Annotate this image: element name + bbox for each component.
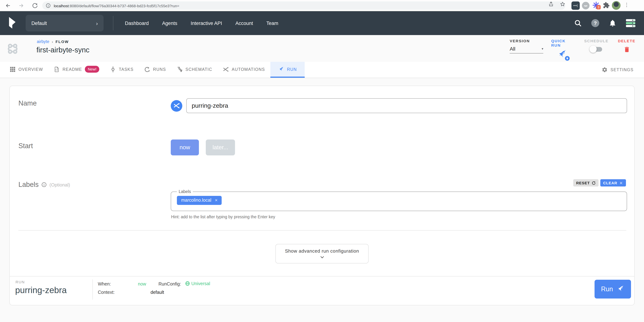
nav-item-account[interactable]: Account bbox=[235, 21, 253, 26]
browser-refresh-icon[interactable] bbox=[32, 3, 38, 9]
readme-doc-icon bbox=[54, 66, 60, 72]
search-icon[interactable] bbox=[574, 19, 582, 27]
bookmark-star-icon[interactable] bbox=[560, 2, 565, 7]
breadcrumb-parent-link[interactable]: airbyte bbox=[37, 39, 49, 44]
context-value: default bbox=[150, 290, 164, 295]
labels-label: Labels bbox=[18, 181, 39, 189]
password-extension-icon[interactable]: •••| bbox=[572, 2, 580, 10]
reset-button[interactable]: RESET bbox=[573, 179, 598, 186]
when-value: now bbox=[138, 281, 146, 286]
workspace-name: Default bbox=[32, 21, 47, 26]
version-select[interactable]: All ▾ bbox=[510, 46, 543, 54]
name-label: Name bbox=[18, 99, 37, 107]
url-host: localhost bbox=[54, 4, 69, 8]
footer-divider bbox=[92, 279, 93, 299]
extension-badge: 3 bbox=[596, 5, 601, 10]
url-text: localhost:8080/default/flow/76a30344-b73… bbox=[54, 4, 179, 8]
browser-back-icon[interactable] bbox=[5, 3, 11, 9]
toggle-knob bbox=[590, 46, 597, 53]
app-logo-icon[interactable] bbox=[7, 16, 17, 30]
run-button[interactable]: Run bbox=[594, 280, 631, 298]
tab-schematic[interactable]: SCHEMATIC bbox=[172, 62, 218, 78]
page-title: first-airbyte-sync bbox=[36, 46, 89, 54]
tab-run-label: RUN bbox=[287, 67, 297, 71]
chevron-right-icon: › bbox=[96, 20, 98, 26]
share-icon[interactable] bbox=[548, 2, 554, 7]
labels-input-field[interactable]: Labels marcolino.local bbox=[171, 189, 627, 211]
labels-legend: Labels bbox=[177, 189, 193, 194]
runs-cycle-icon bbox=[144, 66, 150, 72]
commit-icon bbox=[110, 66, 116, 72]
rocket-icon bbox=[616, 285, 624, 293]
schematic-icon bbox=[177, 66, 183, 72]
browser-forward-icon[interactable] bbox=[18, 3, 24, 9]
section-divider bbox=[18, 230, 626, 231]
tab-overview[interactable]: OVERVIEW bbox=[4, 62, 48, 78]
extensions-puzzle-icon[interactable] bbox=[603, 2, 610, 9]
workspace-selector[interactable]: Default › bbox=[26, 15, 104, 32]
caret-down-icon: ▾ bbox=[542, 47, 543, 51]
site-info-icon[interactable] bbox=[46, 3, 50, 8]
notifications-bell-icon[interactable] bbox=[608, 19, 616, 27]
help-icon[interactable]: ? bbox=[591, 19, 599, 27]
chevron-down-icon bbox=[320, 255, 324, 259]
tab-runs[interactable]: RUNS bbox=[139, 62, 172, 78]
version-value: All bbox=[510, 46, 515, 52]
globe-icon bbox=[185, 281, 190, 286]
nav-item-dashboard[interactable]: Dashboard bbox=[125, 21, 149, 26]
url-path: :8080/default/flow/76a30344-b737-4868-bd… bbox=[69, 4, 179, 8]
runconfig-label: RunConfig: bbox=[158, 281, 181, 286]
page-header: airbyte › FLOW first-airbyte-sync VERSIO… bbox=[0, 35, 644, 62]
name-input[interactable] bbox=[186, 98, 627, 113]
extension-circle-icon[interactable]: ◂▴▸ bbox=[582, 2, 590, 10]
randomize-name-button[interactable] bbox=[171, 100, 182, 112]
close-icon bbox=[619, 181, 623, 185]
nav-item-team[interactable]: Team bbox=[266, 21, 278, 26]
runconfig-value: Universal bbox=[191, 281, 210, 286]
start-label: Start bbox=[18, 142, 33, 150]
browser-menu-icon[interactable]: ⋮ bbox=[624, 2, 629, 8]
labels-hint: Hint: add to the list after typing by pr… bbox=[171, 215, 275, 219]
trash-icon[interactable] bbox=[623, 46, 630, 54]
start-later-button[interactable]: later... bbox=[206, 140, 235, 155]
tab-settings-label: SETTINGS bbox=[610, 68, 634, 72]
browser-profile-avatar[interactable] bbox=[612, 1, 620, 10]
refresh-icon bbox=[592, 181, 596, 185]
clear-button[interactable]: CLEAR bbox=[600, 179, 626, 186]
tab-readme[interactable]: README New! bbox=[48, 62, 105, 78]
show-advanced-button[interactable]: Show advanced run configuration bbox=[276, 244, 368, 263]
show-advanced-label: Show advanced run configuration bbox=[285, 248, 359, 253]
rocket-icon bbox=[278, 66, 284, 72]
address-bar[interactable]: localhost:8080/default/flow/76a30344-b73… bbox=[42, 2, 565, 10]
footer-run-name: purring-zebra bbox=[15, 285, 66, 295]
tab-run[interactable]: RUN bbox=[270, 62, 305, 78]
tab-tasks-label: TASKS bbox=[119, 67, 134, 71]
version-control: VERSION All ▾ bbox=[510, 39, 543, 54]
tab-schematic-label: SCHEMATIC bbox=[186, 67, 212, 71]
nav-item-agents[interactable]: Agents bbox=[162, 21, 177, 26]
delete-control: DELETE bbox=[618, 39, 635, 54]
server-status-icon[interactable] bbox=[626, 19, 635, 27]
new-badge: New! bbox=[85, 66, 99, 73]
tab-tasks[interactable]: TASKS bbox=[105, 62, 139, 78]
quick-run-button[interactable] bbox=[557, 50, 567, 60]
nav-item-interactive-api[interactable]: Interactive API bbox=[190, 21, 222, 26]
chip-remove-icon[interactable] bbox=[214, 198, 218, 202]
clear-label: CLEAR bbox=[603, 181, 617, 185]
tab-automations[interactable]: AUTOMATIONS bbox=[218, 62, 270, 78]
breadcrumb-current: FLOW bbox=[56, 39, 69, 44]
run-config-card: Name Start now later... Labels (Optional… bbox=[10, 86, 634, 305]
start-now-button[interactable]: now bbox=[171, 140, 199, 155]
run-summary-footer: RUN purring-zebra When: now Context: def… bbox=[10, 276, 634, 305]
quick-run-label: QUICK RUN bbox=[551, 39, 573, 47]
tab-settings[interactable]: SETTINGS bbox=[596, 62, 639, 78]
flow-icon bbox=[6, 43, 20, 55]
schedule-toggle[interactable] bbox=[590, 47, 602, 52]
tab-overview-label: OVERVIEW bbox=[18, 67, 43, 71]
browser-chrome: localhost:8080/default/flow/76a30344-b73… bbox=[0, 0, 644, 11]
info-icon[interactable] bbox=[42, 182, 46, 187]
tab-readme-label: README bbox=[62, 67, 82, 71]
shuffle-icon bbox=[223, 66, 229, 72]
navbar-links: Dashboard Agents Interactive API Account… bbox=[125, 21, 278, 26]
bolt-badge-icon bbox=[564, 56, 570, 61]
